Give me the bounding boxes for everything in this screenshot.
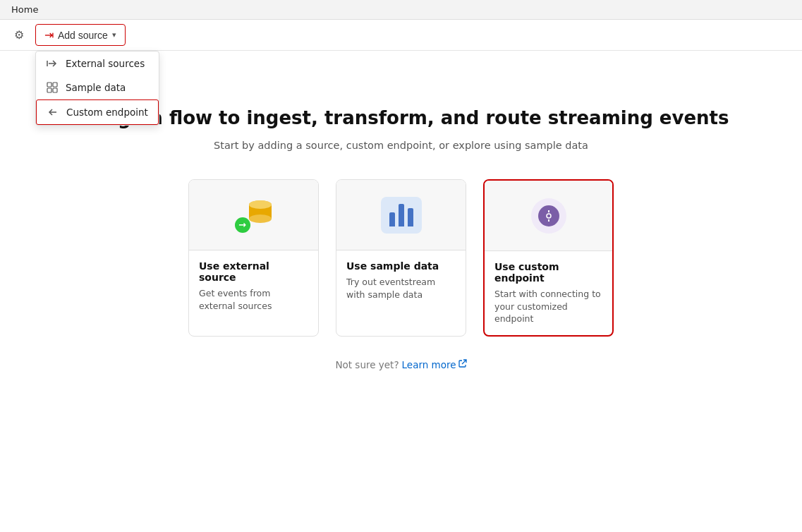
custom-endpoint-card-icon — [531, 198, 566, 234]
page-subtitle: Start by adding a source, custom endpoin… — [214, 140, 588, 151]
title-bar: Home — [0, 0, 802, 20]
svg-point-9 — [249, 214, 272, 223]
external-sources-label: External sources — [66, 58, 145, 69]
card-external-source-icon-area: → — [189, 180, 318, 250]
arrow-circle-icon: → — [235, 217, 250, 233]
external-source-icon: → — [235, 198, 273, 233]
custom-endpoint-label: Custom endpoint — [66, 107, 148, 118]
add-source-button[interactable]: ⇥ Add source ▾ — [35, 24, 126, 46]
card-custom-endpoint-icon-area — [485, 181, 612, 251]
external-link-icon — [458, 359, 467, 370]
bar-1 — [389, 212, 395, 226]
card-sample-data-body: Use sample data Try out eventstream with… — [336, 250, 466, 310]
dropdown-item-custom-endpoint[interactable]: Custom endpoint — [36, 99, 159, 125]
card-sample-data-icon-area — [336, 180, 466, 250]
bar-chart-icon — [381, 197, 422, 234]
bar-2 — [399, 204, 404, 226]
svg-line-14 — [462, 360, 466, 364]
card-external-source-body: Use external source Get events from exte… — [189, 250, 318, 322]
dropdown-item-sample-data[interactable]: Sample data — [36, 75, 159, 99]
card-custom-endpoint[interactable]: Use custom endpoint Start with connectin… — [483, 179, 614, 337]
card-external-source-title: Use external source — [199, 260, 308, 283]
add-source-label: Add source — [58, 30, 108, 41]
add-source-dropdown: External sources Sample data Custom en — [35, 51, 159, 126]
not-sure-text: Not sure yet? — [335, 359, 399, 370]
add-source-icon: ⇥ — [44, 28, 54, 42]
card-external-source-desc: Get events from external sources — [199, 287, 308, 312]
svg-rect-4 — [47, 88, 51, 92]
gear-button[interactable]: ⚙ — [8, 25, 30, 46]
card-sample-data[interactable]: Use sample data Try out eventstream with… — [336, 179, 466, 337]
sample-data-label: Sample data — [66, 82, 126, 93]
cards-row: → Use external source Get events from ex… — [188, 179, 614, 337]
learn-more-row: Not sure yet? Learn more — [335, 359, 466, 370]
learn-more-link[interactable]: Learn more — [402, 359, 467, 370]
card-custom-endpoint-desc: Start with connecting to your customized… — [494, 288, 602, 325]
gear-icon: ⚙ — [14, 28, 24, 42]
learn-more-text: Learn more — [402, 359, 456, 370]
svg-rect-3 — [53, 83, 57, 87]
bar-3 — [408, 208, 413, 226]
dropdown-item-external-sources[interactable]: External sources — [36, 52, 159, 75]
svg-point-10 — [249, 200, 272, 209]
card-sample-data-title: Use sample data — [346, 260, 456, 272]
custom-endpoint-icon — [47, 106, 59, 119]
chevron-down-icon: ▾ — [112, 30, 116, 40]
card-custom-endpoint-title: Use custom endpoint — [494, 261, 602, 284]
card-external-source[interactable]: → Use external source Get events from ex… — [188, 179, 319, 337]
svg-rect-2 — [47, 83, 51, 87]
svg-rect-5 — [53, 88, 57, 92]
endpoint-inner-icon — [538, 205, 559, 226]
page-title: Design a flow to ingest, transform, and … — [73, 107, 729, 128]
sample-data-icon — [46, 81, 59, 94]
title-bar-text: Home — [11, 4, 38, 15]
external-sources-icon — [46, 57, 59, 70]
toolbar: ⚙ ⇥ Add source ▾ External sources — [0, 20, 802, 51]
card-sample-data-desc: Try out eventstream with sample data — [346, 276, 456, 301]
card-custom-endpoint-body: Use custom endpoint Start with connectin… — [485, 251, 612, 335]
